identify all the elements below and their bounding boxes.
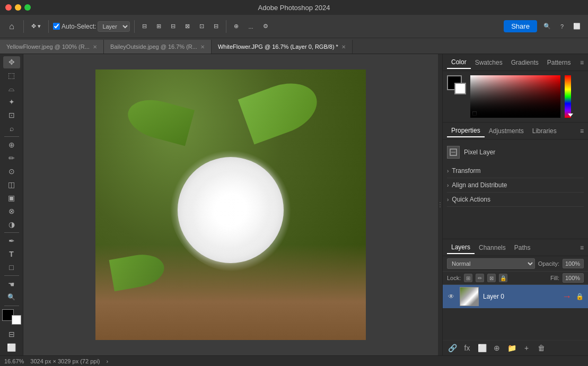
fg-bg-color-selector[interactable] xyxy=(2,309,21,325)
home-button[interactable]: ⌂ xyxy=(4,19,19,34)
zoom-tool[interactable]: 🔍 xyxy=(3,291,20,303)
layer-visibility-toggle[interactable]: 👁 xyxy=(447,292,455,301)
pixel-layer-label: Pixel Layer xyxy=(464,149,495,156)
settings-btn[interactable]: ⚙ xyxy=(260,20,271,33)
fx-btn[interactable]: fx xyxy=(462,343,472,353)
toolbar-right: Share 🔍 ? ⬜ xyxy=(504,20,584,33)
canvas[interactable] xyxy=(95,69,366,340)
tab-baileyoutside-close[interactable]: ✕ xyxy=(200,44,205,50)
layers-tab[interactable]: Layers xyxy=(447,241,475,254)
blend-mode-dropdown[interactable]: Normal Dissolve Multiply Screen xyxy=(447,258,535,269)
align-left-btn[interactable]: ⊟ xyxy=(139,20,150,33)
transform-row[interactable]: › Transform xyxy=(447,164,584,178)
patterns-tab[interactable]: Patterns xyxy=(543,57,575,68)
close-button[interactable] xyxy=(5,4,12,11)
paint-bucket-tool[interactable]: ▣ xyxy=(3,191,20,204)
props-panel-menu[interactable]: ≡ xyxy=(580,127,584,135)
move-tool[interactable]: ✥ xyxy=(3,56,20,68)
new-layer-btn[interactable]: + xyxy=(521,343,532,353)
lasso-tool[interactable]: ⌓ xyxy=(3,83,20,95)
blur-tool[interactable]: ⊗ xyxy=(3,205,20,217)
main-toolbar: ⌂ ✥ ▾ Auto-Select: Layer Group ⊟ ⊞ ⊟ ⊠ ⊡… xyxy=(0,15,588,38)
delete-layer-btn[interactable]: 🗑 xyxy=(536,343,547,353)
paths-tab[interactable]: Paths xyxy=(510,242,535,254)
align-center-btn[interactable]: ⊞ xyxy=(153,20,164,33)
quick-chevron: › xyxy=(447,197,449,203)
tab-baileyoutside[interactable]: BaileyOutside.jpeg @ 16.7% (R... ✕ xyxy=(104,40,212,54)
status-bar: 16.67% 3024 px × 3029 px (72 ppi) › xyxy=(0,355,588,366)
dist-gap-btn[interactable]: ⊟ xyxy=(210,20,222,33)
auto-select-label: Auto-Select: xyxy=(62,23,96,30)
canvas-area[interactable] xyxy=(23,54,438,355)
adjustment-layer-btn[interactable]: ⊕ xyxy=(492,343,502,353)
share-button[interactable]: Share xyxy=(504,20,537,32)
hand-tool[interactable]: ☚ xyxy=(3,278,20,290)
lock-all-icon[interactable]: 🔒 xyxy=(499,274,507,282)
tab-yellowflower-close[interactable]: ✕ xyxy=(93,44,97,50)
help-button[interactable]: ? xyxy=(557,20,567,33)
layers-panel-menu[interactable]: ≡ xyxy=(580,244,584,251)
group-layers-btn[interactable]: 📁 xyxy=(506,343,517,353)
align-right-btn[interactable]: ⊟ xyxy=(168,20,179,33)
color-tab[interactable]: Color xyxy=(447,56,471,69)
eyedropper-tool[interactable]: ⌕ xyxy=(3,122,20,134)
layer-lock-icon[interactable]: 🔒 xyxy=(576,293,584,300)
swatches-tab[interactable]: Swatches xyxy=(471,57,507,68)
tab-whiteflower-close[interactable]: ✕ xyxy=(341,44,346,50)
lock-artboard-icon[interactable]: ⊠ xyxy=(487,274,496,282)
layer-item-0[interactable]: 👁 Layer 0 → 🔒 xyxy=(443,285,588,308)
window-controls[interactable] xyxy=(5,4,31,11)
dist-h-btn[interactable]: ⊠ xyxy=(182,20,193,33)
clone-stamp-tool[interactable]: ⊙ xyxy=(3,165,20,178)
auto-select-checkbox[interactable] xyxy=(53,23,60,30)
more-btn[interactable]: ... xyxy=(245,20,256,33)
quick-mask-tool[interactable]: ⊟ xyxy=(3,328,20,340)
gradients-tab[interactable]: Gradients xyxy=(507,57,543,68)
background-color[interactable] xyxy=(12,315,21,325)
add-mask-btn[interactable]: ⬜ xyxy=(477,343,487,353)
quick-actions-row[interactable]: › Quick Actions xyxy=(447,193,584,207)
lock-paint-icon[interactable]: ✏ xyxy=(476,274,484,282)
spot-heal-tool[interactable]: ⊕ xyxy=(3,139,20,151)
hue-strip[interactable] xyxy=(565,75,571,118)
auto-select-dropdown[interactable]: Layer Group xyxy=(98,21,130,32)
tab-whiteflower[interactable]: WhiteFlower.JPG @ 16.7% (Layer 0, RGB/8)… xyxy=(212,40,353,54)
channels-tab[interactable]: Channels xyxy=(475,242,510,254)
rect-select-tool[interactable]: ⬚ xyxy=(3,69,20,82)
tab-yellowflower[interactable]: YellowFlower.jpeg @ 100% (R... ✕ xyxy=(0,40,104,54)
maximize-button[interactable] xyxy=(24,4,31,11)
opacity-input[interactable] xyxy=(563,259,584,268)
pen-tool[interactable]: ✒ xyxy=(3,235,20,247)
layer-thumbnail xyxy=(460,287,479,306)
brush-tool[interactable]: ✏ xyxy=(3,152,20,164)
move-tool-btn[interactable]: ✥ ▾ xyxy=(28,20,44,33)
crop-tool[interactable]: ⊡ xyxy=(3,109,20,121)
shape-tool[interactable]: □ xyxy=(3,262,20,274)
properties-tab[interactable]: Properties xyxy=(447,125,485,137)
magic-wand-tool[interactable]: ✦ xyxy=(3,96,20,108)
color-panel-menu[interactable]: ≡ xyxy=(580,59,584,66)
more-icon: ... xyxy=(248,23,253,30)
align-distribute-row[interactable]: › Align and Distribute xyxy=(447,178,584,193)
fg-bg-colors[interactable] xyxy=(447,75,466,94)
link-layers-btn[interactable]: 🔗 xyxy=(447,343,458,353)
screen-mode-tool[interactable]: ⬜ xyxy=(3,341,20,353)
workspaces-button[interactable]: ⬜ xyxy=(570,20,584,33)
transform-label: Transform xyxy=(452,167,480,175)
color-gradient-main[interactable] xyxy=(470,75,560,118)
text-tool[interactable]: T xyxy=(3,248,20,260)
libraries-tab[interactable]: Libraries xyxy=(528,125,561,137)
eraser-tool[interactable]: ◫ xyxy=(3,179,20,191)
pixel-layer-row: Pixel Layer xyxy=(447,144,584,164)
lock-position-icon[interactable]: ⊞ xyxy=(464,274,472,282)
minimize-button[interactable] xyxy=(15,4,21,11)
search-button[interactable]: 🔍 xyxy=(540,20,554,33)
fill-input[interactable] xyxy=(563,273,584,283)
transform-btn[interactable]: ⊕ xyxy=(231,20,242,33)
dist-v-btn[interactable]: ⊡ xyxy=(196,20,207,33)
background-swatch[interactable] xyxy=(454,83,466,94)
adjustments-tab[interactable]: Adjustments xyxy=(485,125,528,137)
color-gradient-area[interactable] xyxy=(470,75,584,118)
split-handle[interactable] xyxy=(438,54,442,355)
dodge-tool[interactable]: ◑ xyxy=(3,218,20,230)
